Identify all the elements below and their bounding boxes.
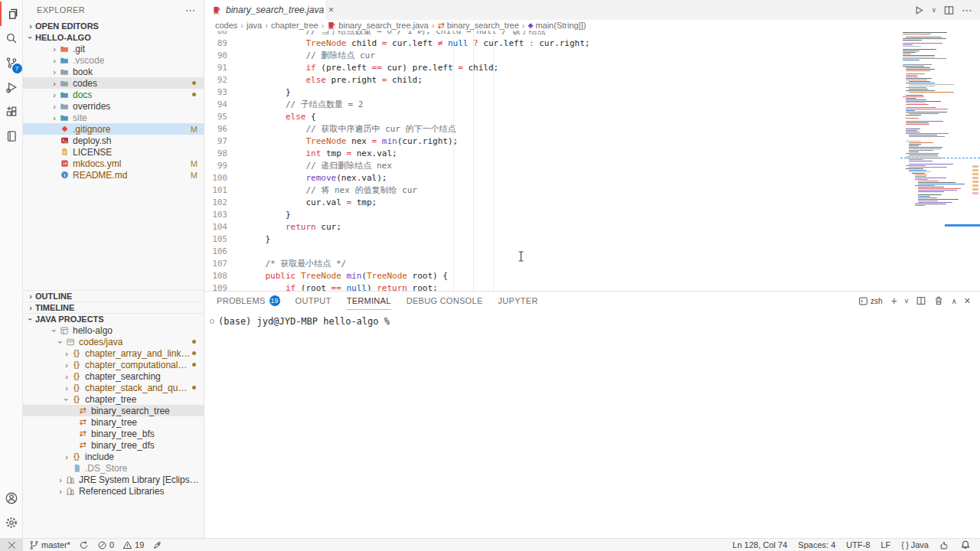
section-java-projects[interactable]: ›JAVA PROJECTS — [23, 313, 204, 324]
breadcrumb-label: binary_search_tree.java — [338, 21, 428, 30]
java-projects-item[interactable]: ›{}chapter_searching — [23, 370, 204, 382]
activitybar-search[interactable] — [0, 26, 23, 51]
java-projects-item[interactable]: ›JRE System Library [Eclipse Temurin 17 … — [23, 474, 204, 485]
status-sync[interactable] — [79, 539, 89, 551]
code-editor[interactable]: 88 // 当子结点数量 = 0 / 1 时, child = null / 该… — [204, 31, 980, 291]
status-encoding[interactable]: UTF-8 — [846, 539, 870, 551]
status-remote[interactable] — [0, 539, 23, 551]
run-button[interactable] — [913, 5, 924, 16]
activitybar-explorer[interactable] — [0, 2, 23, 26]
remote-icon — [7, 540, 17, 550]
java-file-icon — [327, 21, 336, 30]
activitybar-source-control[interactable]: 7 — [0, 51, 23, 75]
explorer-tree-item[interactable]: ›book — [23, 66, 204, 77]
breadcrumb-item[interactable]: chapter_tree — [271, 21, 318, 30]
terminal[interactable]: (base) jyd@JYD-MBP hello-algo % — [204, 310, 980, 538]
breadcrumb-item[interactable]: java — [247, 21, 262, 30]
explorer-tree-item[interactable]: ›codes — [23, 77, 204, 89]
minimap[interactable] — [900, 31, 980, 291]
java-projects-item[interactable]: ›Referenced Libraries — [23, 485, 204, 497]
section-outline[interactable]: ›OUTLINE — [23, 290, 204, 302]
panel-tab-jupyter[interactable]: JUPYTER — [498, 292, 538, 310]
panel-tab-debug-console[interactable]: DEBUG CONSOLE — [407, 292, 483, 310]
panel-tab-output[interactable]: OUTPUT — [296, 292, 332, 310]
minimap-line — [906, 70, 930, 71]
new-terminal-button[interactable]: + — [891, 295, 897, 307]
status-language-mode[interactable]: { }Java — [901, 539, 929, 551]
explorer-tree-item[interactable]: ›.vscode — [23, 54, 204, 66]
breadcrumb-item[interactable]: ⇄binary_search_tree — [437, 21, 518, 31]
status-branch[interactable]: master* — [29, 539, 70, 551]
overview-ruler-mark — [972, 165, 978, 168]
activitybar-extensions[interactable] — [0, 99, 23, 124]
java-projects-item[interactable]: ›{}chapter_array_and_linkedlist — [23, 347, 204, 359]
chevron-right-icon: › — [50, 79, 59, 88]
java-projects-item[interactable]: ›{}chapter_stack_and_queue — [23, 382, 204, 393]
code-line-94: 94 // 子结点数量 = 2 — [204, 99, 980, 111]
active-terminal-entry[interactable]: zsh — [858, 296, 883, 306]
breadcrumb-item[interactable]: binary_search_tree.java — [327, 21, 428, 30]
explorer-tree-item[interactable]: ›docs — [23, 89, 204, 100]
split-editor-button[interactable] — [943, 5, 955, 16]
explorer-sidebar: EXPLORER ⋯ › OPEN EDITORS › HELLO-ALGO ›… — [23, 0, 204, 538]
breadcrumb-item[interactable]: codes — [215, 21, 237, 30]
java-projects-item[interactable]: ⇄binary_tree_bfs — [23, 428, 204, 439]
item-label: hello-algo — [73, 325, 113, 336]
maximize-panel-button[interactable]: ∧ — [951, 297, 956, 305]
explorer-tree-item[interactable]: ›.git — [23, 43, 204, 54]
explorer-tree-item[interactable]: deploy.sh — [23, 135, 204, 146]
kill-terminal-button[interactable] — [933, 295, 944, 306]
panel-tab-label: DEBUG CONSOLE — [407, 296, 483, 305]
chevron-right-icon: › — [62, 383, 71, 393]
explorer-tree-item[interactable]: .gitignoreM — [23, 123, 204, 135]
activitybar-run-debug[interactable] — [0, 75, 23, 99]
command-decoration-icon[interactable] — [210, 319, 214, 324]
open-editors-header[interactable]: › OPEN EDITORS — [23, 20, 204, 31]
overview-ruler-mark — [972, 181, 978, 183]
status-notifications[interactable] — [960, 539, 971, 551]
more-actions-button[interactable]: ⋯ — [962, 4, 972, 16]
code-line-90: 90 // 删除结点 cur — [204, 50, 980, 62]
java-projects-item[interactable]: ›codes/java — [23, 336, 204, 347]
explorer-tree-item[interactable]: ›site — [23, 112, 204, 123]
run-dropdown-chevron[interactable]: ∨ — [931, 6, 936, 14]
status-eol[interactable]: LF — [880, 539, 890, 551]
tab-binary-search-tree[interactable]: binary_search_tree.java × — [204, 0, 327, 20]
activitybar-account[interactable] — [0, 486, 23, 510]
status-indentation[interactable]: Spaces: 4 — [798, 539, 835, 551]
breadcrumb-item[interactable]: ◆main(String[]) — [528, 21, 586, 30]
java-projects-item[interactable]: ⇄binary_tree — [23, 416, 204, 428]
terminal-dropdown-chevron[interactable]: ∨ — [904, 297, 910, 305]
package-root-icon — [65, 337, 76, 347]
activitybar-notebook[interactable] — [0, 124, 23, 148]
java-projects-item[interactable]: ⇄binary_search_tree — [23, 405, 204, 416]
activitybar-settings[interactable] — [0, 510, 23, 535]
java-projects-item[interactable]: ›{}chapter_computational_complexity — [23, 359, 204, 370]
workspace-root-header[interactable]: › HELLO-ALGO — [23, 31, 204, 43]
close-tab-icon[interactable]: × — [328, 5, 334, 15]
more-actions-icon[interactable]: ⋯ — [185, 5, 196, 16]
explorer-tree-item[interactable]: LICENSE — [23, 146, 204, 158]
java-projects-item[interactable]: ›{}include — [23, 451, 204, 462]
item-label: binary_search_tree — [91, 406, 170, 416]
status-warnings[interactable]: 19 — [122, 539, 144, 551]
status-cursor-position[interactable]: Ln 128, Col 74 — [733, 539, 788, 551]
breadcrumb-label: java — [247, 21, 262, 30]
split-terminal-button[interactable] — [916, 295, 926, 306]
explorer-tree-item[interactable]: ›overrides — [23, 100, 204, 112]
status-errors[interactable]: 0 — [97, 539, 114, 551]
java-projects-item[interactable]: .DS_Store — [23, 462, 204, 474]
status-java-status[interactable] — [939, 539, 949, 551]
chevron-right-icon: › — [26, 292, 35, 301]
java-projects-item[interactable]: ›{}chapter_tree — [23, 393, 204, 405]
explorer-tree-item[interactable]: mkdocs.ymlM — [23, 158, 204, 169]
status-rocket[interactable] — [152, 539, 162, 551]
panel-tab-problems[interactable]: PROBLEMS19 — [217, 292, 280, 310]
explorer-tree-item[interactable]: README.mdM — [23, 169, 204, 181]
section-timeline[interactable]: ›TIMELINE — [23, 302, 204, 313]
java-projects-item[interactable]: ⇄binary_tree_dfs — [23, 439, 204, 451]
close-panel-button[interactable]: ✕ — [964, 296, 971, 306]
problems-count-badge: 19 — [270, 295, 280, 306]
java-projects-item[interactable]: ›hello-algo — [23, 324, 204, 336]
panel-tab-terminal[interactable]: TERMINAL — [347, 292, 391, 310]
